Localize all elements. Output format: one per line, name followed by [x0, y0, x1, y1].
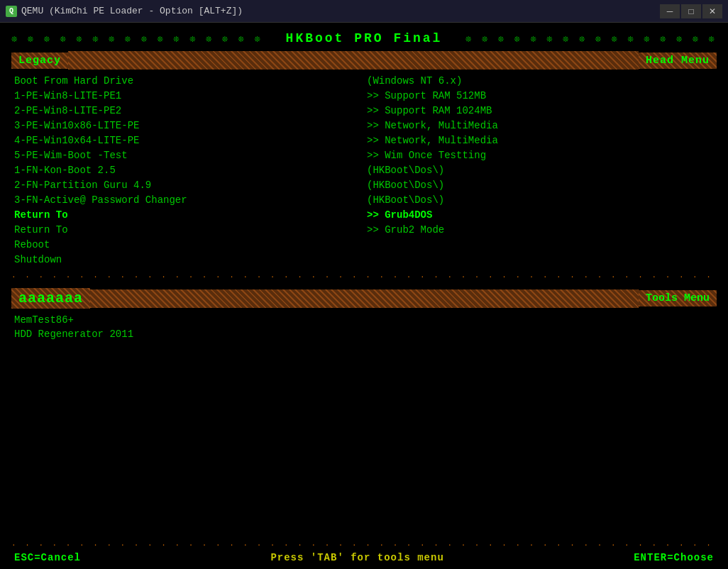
list-item[interactable]: 2-FN-Partition Guru 4.9	[11, 178, 364, 192]
menu-desc: >> Support RAM 1024MB	[364, 104, 717, 118]
list-item[interactable]: Shutdown	[11, 253, 364, 267]
list-item-selected[interactable]: Return To	[11, 208, 364, 222]
list-item[interactable]: 3-PE-Win10x86-LITE-PE	[11, 118, 364, 133]
status-line: ESC=Cancel Press 'TAB' for tools menu EN…	[11, 552, 717, 563]
main-content: ❊ ❊ ❊ ❊ ❊ ❊ ❊ ❊ ❊ ❊ ❊ ❊ ❊ ❊ ❊ ❊ HKBoot P…	[0, 23, 728, 569]
tab-hint-label: Press 'TAB' for tools menu	[270, 552, 443, 563]
menu-right: (Windows NT 6.x) >> Support RAM 512MB >>…	[364, 74, 717, 267]
top-dots-left: ❊ ❊ ❊ ❊ ❊ ❊ ❊ ❊ ❊ ❊ ❊ ❊ ❊ ❊ ❊ ❊	[11, 33, 263, 45]
tools-header-fill	[90, 289, 639, 308]
list-item[interactable]: 2-PE-Win8-LITE-PE2	[11, 104, 364, 118]
menu-desc: >> Network, MultiMedia	[364, 118, 717, 133]
top-dots-right: ❊ ❊ ❊ ❊ ❊ ❊ ❊ ❊ ❊ ❊ ❊ ❊ ❊ ❊ ❊ ❊	[465, 33, 717, 45]
list-item[interactable]: 5-PE-Wim-Boot -Test	[11, 148, 364, 162]
section-header-legacy: Legacy Head Menu	[11, 51, 717, 70]
menu-desc: >> Wim Once Testting	[364, 148, 717, 162]
bottom-separator: · · · · · · · · · · · · · · · · · · · · …	[11, 541, 717, 549]
minimize-button[interactable]: ─	[660, 4, 680, 18]
menu-desc: >> Network, MultiMedia	[364, 133, 717, 148]
maximize-button[interactable]: □	[681, 4, 701, 18]
app-icon: Q	[6, 6, 17, 17]
close-button[interactable]: ✕	[702, 4, 722, 18]
esc-cancel-label: ESC=Cancel	[14, 552, 81, 563]
list-item[interactable]: Reboot	[11, 238, 364, 252]
list-item[interactable]: 4-PE-Win10x64-LITE-PE	[11, 133, 364, 148]
tools-anim-label: ааааааа	[11, 288, 90, 309]
list-item[interactable]: 1-FN-Kon-Boot 2.5	[11, 163, 364, 177]
header-fill	[68, 51, 639, 70]
hkboot-title: HKBoot PRO Final	[275, 31, 454, 45]
list-item[interactable]: 1-PE-Win8-LITE-PE1	[11, 89, 364, 103]
titlebar-left: Q QEMU (KimChi PE Loader - Option [ALT+Z…	[6, 6, 243, 17]
list-item[interactable]: HDD Regenerator 2011	[11, 327, 717, 341]
section-header-tools: ааааааа Tools Menu	[11, 288, 717, 309]
menu-desc: >> Support RAM 512MB	[364, 89, 717, 103]
menu-desc: (HKBoot\Dos\)	[364, 163, 717, 177]
list-item[interactable]: Return To	[11, 223, 364, 237]
list-item[interactable]: Boot From Hard Drive	[11, 74, 364, 88]
menu-left: Boot From Hard Drive 1-PE-Win8-LITE-PE1 …	[11, 74, 364, 267]
titlebar-controls: ─ □ ✕	[660, 4, 722, 18]
menu-desc-highlight: >> Grub4DOS	[364, 208, 717, 222]
head-menu-label: Head Menu	[639, 53, 717, 69]
separator-top: · · · · · · · · · · · · · · · · · · · · …	[11, 272, 717, 281]
menu-desc: (Windows NT 6.x)	[364, 74, 717, 88]
menu-desc: (HKBoot\Dos\)	[364, 178, 717, 192]
enter-choose-label: ENTER=Choose	[634, 552, 714, 563]
tools-menu-label: Tools Menu	[639, 290, 717, 306]
menu-desc: (HKBoot\Dos\)	[364, 193, 717, 207]
legacy-label: Legacy	[11, 53, 68, 69]
menu-desc: >> Grub2 Mode	[364, 223, 717, 237]
list-item[interactable]: 3-FN-Active@ Password Changer	[11, 193, 364, 207]
list-item[interactable]: MemTest86+	[11, 313, 717, 327]
window-title: QEMU (KimChi PE Loader - Option [ALT+Z])	[21, 6, 243, 16]
bottom-bar: · · · · · · · · · · · · · · · · · · · · …	[11, 538, 717, 563]
titlebar: Q QEMU (KimChi PE Loader - Option [ALT+Z…	[0, 0, 728, 23]
menu-area: Boot From Hard Drive 1-PE-Win8-LITE-PE1 …	[11, 74, 717, 267]
tools-area: MemTest86+ HDD Regenerator 2011	[11, 313, 717, 341]
